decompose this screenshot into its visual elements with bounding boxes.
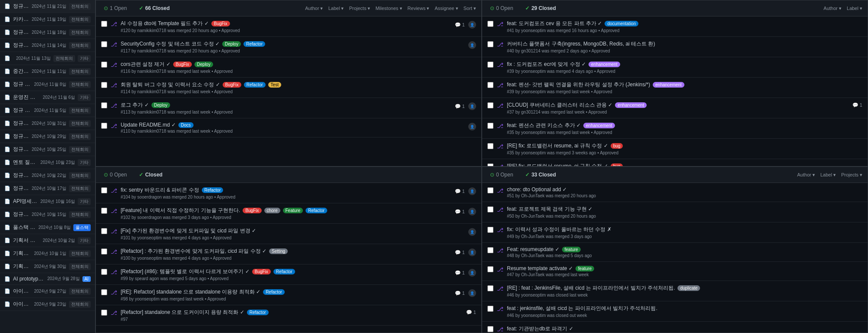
tab-open-top-left[interactable]: ⊙ 1 Open (101, 4, 129, 13)
filter-label-br[interactable]: Label ▾ (820, 172, 836, 178)
sidebar-item[interactable]: 📄 정규 회의 - 5 2024년 10월 29일 전체회의 (0, 130, 95, 143)
tab-closed-bottom-right[interactable]: ✓ 33 Closed (523, 170, 559, 179)
pr-checkbox[interactable] (487, 143, 493, 149)
sidebar-item[interactable]: 📄 멘토 질문 정리 2024년 10월 23일 기타 (0, 156, 95, 169)
pr-item[interactable]: ⎇ [Refactor] standalone 으로 도커이미지 용량 최적화 … (96, 305, 481, 326)
pr-checkbox[interactable] (487, 206, 493, 212)
pr-item[interactable]: ⎇ [RE] fix: 로드밸런서 resume, ei 규칙 수정 ✓ bug… (482, 159, 868, 166)
pr-item[interactable]: ⎇ cors관련 설정 제거 ✓ BugFixDeploy #116 by na… (96, 57, 481, 78)
pr-checkbox[interactable] (101, 269, 107, 275)
filter-assignee[interactable]: Assignee ▾ (434, 6, 458, 11)
sidebar-item[interactable]: 📄 정규 회의 - 6 2024년 10월 31일 전체회의 (0, 117, 95, 130)
pr-checkbox[interactable] (487, 306, 493, 312)
pr-checkbox[interactable] (101, 82, 107, 88)
sidebar-item[interactable]: 📄 중간 발표 2024년 11월 13일 전체회의기타 (0, 52, 95, 65)
pr-item[interactable]: ⎇ [Refactor] : 추가된 환경변수에 맞게 도커파일, cicd 파… (96, 244, 481, 264)
sidebar-item[interactable]: 📄 정규 회의 - 1 2024년 10월 15일 전체회의 (0, 208, 95, 221)
pr-item[interactable]: ⎇ Resume template activate ✓ feature #47… (482, 262, 868, 281)
pr-item[interactable]: ⎇ [Refactor] (#86): 템플릿 별로 이력서 다르게 보여주기 … (96, 264, 481, 285)
pr-checkbox[interactable] (487, 41, 493, 47)
tab-closed-top-left[interactable]: ✓ 66 Closed (136, 4, 172, 13)
pr-item[interactable]: ⎇ [CLOUD] 쿠버네티스 클러스터 리소스 관용 ✓ enhancemen… (482, 98, 868, 118)
pr-checkbox[interactable] (101, 248, 107, 255)
pr-item[interactable]: ⎇ fix : 도커컴포즈 ecr에 맞게 수정 ✓ enhancement #… (482, 57, 868, 78)
tab-open-bottom-right[interactable]: ⊙ 0 Open (487, 170, 516, 179)
sidebar-item[interactable]: 📄 정규 회의 - 3 2024년 10월 22일 전체회의 (0, 169, 95, 182)
pr-checkbox[interactable] (487, 285, 493, 291)
sidebar-item[interactable]: 📄 정규 회의 - 2 2024년 10월 17일 전체회의 (0, 182, 95, 195)
pr-item[interactable]: ⎇ SecurityConfig 수정 및 테스트 코드 수정 ✓ Deploy… (96, 37, 481, 57)
pr-item[interactable]: ⎇ 회원 탈퇴 버그 수정 및 이력서 요소 수정 ✓ BugFixRefact… (96, 78, 481, 98)
pr-item[interactable]: ⎇ [RE] fix: 로드밸런서 resume, ai 규칙 수정 ✓ bug… (482, 139, 868, 159)
sidebar-item[interactable]: 📄 기획서 발표 2024년 10월 2일 기타 (0, 234, 95, 247)
pr-item[interactable]: ⎇ chore: dto Optional add ✓ #51 by Oh-Ju… (482, 183, 868, 202)
pr-checkbox[interactable] (101, 41, 107, 47)
filter-author-tr[interactable]: Author ▾ (824, 6, 842, 11)
pr-checkbox[interactable] (101, 187, 107, 193)
sidebar-item[interactable]: 📄 아이디어 회의 - 2 2024년 9월 27일 전체회의 (0, 285, 95, 298)
pr-checkbox[interactable] (101, 228, 107, 234)
pr-item[interactable]: ⎇ feat: 기관받는db로 파격기 ✓ #44 by Oh-JunTaek … (482, 322, 868, 333)
filter-label[interactable]: Label ▾ (328, 6, 344, 11)
pr-checkbox[interactable] (101, 289, 107, 295)
sidebar-item[interactable]: 📄 중간발표 전 점검 2024년 11월 11일 전체회의 (0, 65, 95, 78)
sidebar-item[interactable]: 📄 기획서 마무리 2024년 10월 1일 전체회의 (0, 247, 95, 260)
pr-item[interactable]: ⎇ feat: 펜션스 관련 키소스 추가 ✓ enhancement #35 … (482, 118, 868, 139)
pr-checkbox[interactable] (487, 21, 493, 27)
pr-item[interactable]: ⎇ [Fix] 추가된 환경변수에 맞게 도커파일 및 cicd 파일 변경 ✓… (96, 224, 481, 244)
pr-checkbox[interactable] (101, 62, 107, 68)
pr-checkbox[interactable] (101, 123, 107, 129)
sidebar-item[interactable]: 📄 운영진 간담회 2024년 11월 6일 기타 (0, 91, 95, 104)
sidebar-item[interactable]: 📄 정규 회의 - 4 2024년 10월 25일 전체회의 (0, 143, 95, 156)
sidebar-item[interactable]: 📄 정규 회의 - 11 2024년 11월 21일 전체회의 (0, 0, 95, 13)
pr-item[interactable]: ⎇ fix: sentry 바운드리 & 파비콘 수정 Refactor #10… (96, 183, 481, 203)
pr-checkbox[interactable] (487, 123, 493, 129)
sidebar-item[interactable]: 📄 정규 회의 - 10 2024년 11월 18일 전체회의 (0, 26, 95, 39)
pr-checkbox[interactable] (487, 82, 493, 88)
pr-checkbox[interactable] (487, 163, 493, 166)
pr-checkbox[interactable] (101, 310, 107, 316)
sidebar-item[interactable]: 📄 정규 회의 - 7 2024년 11월 5일 전체회의 (0, 104, 95, 117)
pr-item[interactable]: ⎇ fix: 이력서 성과 수정이 올바르는 하던 수정 ✗ #49 by Oh… (482, 222, 868, 243)
sidebar-item[interactable]: 📄 카카오 방문 2024년 11월 19일 전체회의 (0, 13, 95, 26)
pr-checkbox[interactable] (487, 266, 493, 272)
filter-reviews[interactable]: Reviews ▾ (408, 6, 430, 11)
sidebar-item[interactable]: 📄 정규 회의 - 9 2024년 11월 14일 전체회의 (0, 39, 95, 52)
pr-checkbox[interactable] (101, 102, 107, 108)
pr-item[interactable]: ⎇ 로그 추가 ✓ Deploy #113 by namikikim0718 w… (96, 98, 481, 118)
sidebar-item[interactable]: 📄 기획서 정리 2024년 9월 30일 전체회의 (0, 260, 95, 273)
pr-checkbox[interactable] (487, 247, 493, 253)
sidebar-item[interactable]: 📄 AI prototype - PoC 2024년 9월 28일 AI (0, 273, 95, 285)
tab-closed-bottom-left[interactable]: ✓ Closed (136, 170, 165, 179)
tab-closed-top-right[interactable]: ✓ 29 Closed (523, 4, 559, 13)
pr-item[interactable]: ⎇ Feat: resumeupdate ✓ feature #48 by Oh… (482, 243, 868, 262)
filter-author[interactable]: Author ▾ (305, 6, 323, 11)
pr-checkbox[interactable] (101, 208, 107, 214)
sidebar-item[interactable]: 📄 아이디어 회의 - 1 2024년 9월 23일 전체회의 (0, 298, 95, 311)
filter-sort[interactable]: Sort ▾ (464, 6, 476, 11)
tab-open-bottom-left[interactable]: ⊙ 0 Open (101, 170, 129, 179)
filter-author-br[interactable]: Author ▾ (797, 172, 815, 178)
pr-item[interactable]: ⎇ [RE] : feat : JenkinsFile, 설배 cicd 는 파… (482, 281, 868, 301)
pr-item[interactable]: ⎇ feat : jenkinsfile, 설배 cicd 는 파이프라인에서 … (482, 301, 868, 322)
pr-checkbox[interactable] (487, 102, 493, 108)
filter-projects-br[interactable]: Projects ▾ (841, 172, 862, 178)
pr-checkbox[interactable] (101, 21, 107, 27)
pr-checkbox[interactable] (487, 187, 493, 193)
pr-checkbox[interactable] (487, 62, 493, 68)
pr-item[interactable]: ⎇ feat: 펜션- 갓번 팰픽 연결을 위한 라우팅 설정 추가 (Jenk… (482, 78, 868, 98)
pr-item[interactable]: ⎇ Update README.md ✓ Docs #110 by namiki… (96, 118, 481, 137)
pr-item[interactable]: ⎇ AI 수정용 dto에 Template 필드 추가 ✓ BugFix #1… (96, 16, 481, 37)
sidebar-item[interactable]: 📄 풀스택 회의 2024년 10월 8일 풀스택 (0, 221, 95, 234)
pr-item[interactable]: ⎇ [Feature] 내 이력서 직접 수정하기 기능을 구현한다. BugF… (96, 203, 481, 224)
pr-item[interactable]: ⎇ 커버티스 플랫폼서 구축(ingress, MongoDB, Redis, … (482, 37, 868, 57)
tab-open-top-right[interactable]: ⊙ 0 Open (487, 4, 516, 13)
sidebar-item[interactable]: 📄 정규 회의 - 8 2024년 11월 8일 전체회의 (0, 78, 95, 91)
filter-milestones[interactable]: Milestones ▾ (375, 6, 402, 11)
filter-projects[interactable]: Projects ▾ (349, 6, 370, 11)
pr-item[interactable]: ⎇ [RE]: Refactor] standalone 으로 standalo… (96, 285, 481, 305)
pr-checkbox[interactable] (487, 326, 493, 332)
pr-item[interactable]: ⎇ feat: 도커컴포즈 cev 용 모든 파트 추가 ✓ documenta… (482, 16, 868, 37)
pr-item[interactable]: ⎇ feat: 프로젝트 제목 검색 기능 구현 ✓ #50 by Oh-Jun… (482, 202, 868, 222)
pr-checkbox[interactable] (487, 227, 493, 233)
